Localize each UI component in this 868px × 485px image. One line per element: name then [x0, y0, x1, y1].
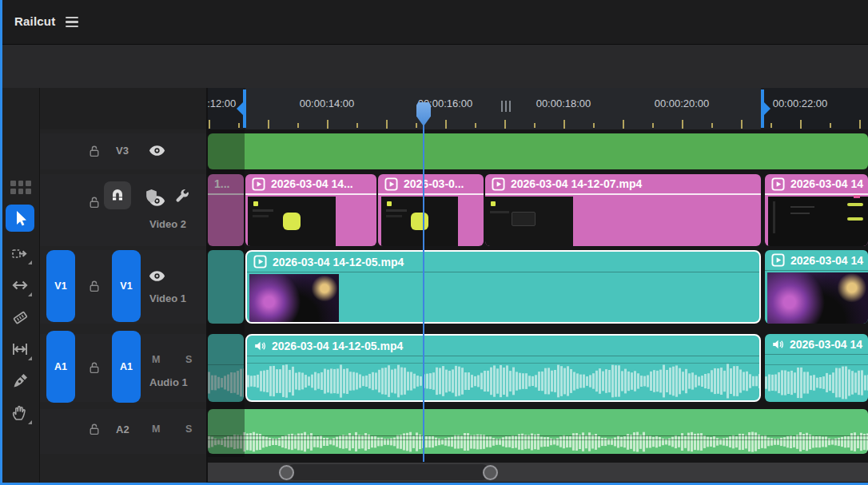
video-clip[interactable]: 1... [208, 174, 244, 246]
in-point-marker[interactable] [243, 89, 246, 128]
out-point-marker[interactable] [761, 89, 764, 128]
shield-button[interactable] [142, 187, 160, 205]
clip-filename: 2026-03-04 14 [790, 338, 862, 351]
ruler-tick [859, 120, 861, 129]
selection-tool-button[interactable] [6, 205, 34, 232]
lock-icon[interactable] [88, 144, 101, 161]
scrollbar-zoom-handle-right[interactable] [483, 465, 498, 480]
panel-grip-icon[interactable] [10, 181, 31, 194]
clip-name-bar: 2026-03-04 14-12-05.mp4 [247, 336, 759, 356]
pen-icon [10, 372, 30, 391]
track-target-v1[interactable]: V1 [112, 250, 141, 322]
flyout-indicator [28, 292, 32, 296]
lock-icon[interactable] [88, 279, 101, 296]
track-label-v3[interactable]: V3 [116, 145, 129, 157]
thumbnail-detail [253, 215, 269, 217]
video-clip[interactable]: 2026-03-0... [378, 174, 484, 246]
video-clip[interactable] [208, 250, 244, 324]
play-icon [253, 255, 267, 268]
thumbnail-detail [512, 212, 536, 226]
clip-filename: 2026-03-04 14-12-07.mp4 [511, 177, 642, 190]
thumbnail-detail [790, 206, 814, 208]
audio-clip[interactable]: 2026-03-04 14-12-05.mp4 [245, 334, 761, 402]
mute-button-a2[interactable]: M [152, 423, 160, 435]
slip-tool-button[interactable] [6, 336, 34, 363]
mute-button-a1[interactable]: M [152, 354, 160, 365]
ruler-tick [800, 120, 802, 129]
railcut-timeline-panel: Railcut 00:00:15:18 Comp: Railcut [0, 0, 868, 485]
clip-filename: 2026-03-04 14... [271, 177, 353, 190]
play-icon [771, 177, 785, 191]
ruler-tick [830, 123, 831, 128]
audio-clip[interactable]: 2026-03-04 14 [765, 334, 868, 402]
source-patch-a1[interactable]: A1 [46, 331, 75, 403]
ruler-tick [652, 123, 654, 128]
pen-tool-button[interactable] [6, 368, 34, 395]
transport-bar: 00:00:15:18 Comp: Railcut [0, 44, 868, 88]
track-name-video1: Video 1 [149, 292, 186, 304]
audio-clip[interactable] [208, 409, 868, 454]
eye-icon[interactable] [149, 145, 165, 160]
video-clip[interactable]: 2026-03-04 14-12-05.mp4 [245, 250, 761, 324]
lock-icon[interactable] [88, 422, 101, 439]
ruler-tick [475, 123, 476, 128]
lock-icon [88, 360, 101, 375]
track-select-forward-tool-button[interactable] [6, 240, 34, 267]
eye-icon[interactable] [149, 270, 165, 285]
video-clip[interactable]: 2026-03-04 14 [765, 174, 868, 246]
solo-button-a1[interactable]: S [185, 354, 192, 365]
ruler-timecode-label: 00:00:22:00 [773, 97, 828, 109]
track-header-panel: V3V2Video 2V1V1Video 1A1A1MSAudio 1A2MS [40, 88, 208, 485]
eye-icon [149, 270, 165, 282]
video-clip[interactable]: 2026-03-04 14-12-07.mp4 [485, 174, 761, 246]
scrollbar-thumb[interactable] [286, 464, 490, 480]
track-target-a1[interactable]: A1 [112, 331, 141, 403]
ripple-edit-icon [10, 276, 30, 295]
magnet-icon [109, 188, 125, 204]
video-clip[interactable] [208, 133, 868, 169]
lock-icon[interactable] [88, 360, 101, 378]
settings-wrench-button[interactable] [173, 186, 192, 205]
eye-icon [149, 145, 165, 157]
ruler-tick [504, 120, 506, 129]
thumbnail-detail [490, 211, 509, 213]
ruler-tick [356, 123, 358, 128]
clip-name-bar: 2026-03-0... [378, 174, 484, 195]
scrollbar-zoom-handle-left[interactable] [279, 465, 294, 480]
ruler-tick [770, 123, 772, 128]
audio-waveform [247, 363, 759, 398]
clip-filename: 2026-03-04 14 [790, 177, 863, 190]
play-icon [252, 177, 265, 191]
solo-button-a2[interactable]: S [185, 423, 192, 435]
ripple-edit-tool-button[interactable] [6, 272, 34, 299]
lock-icon[interactable] [88, 195, 101, 213]
play-icon [771, 177, 785, 191]
lock-icon [88, 144, 101, 158]
audio-clip[interactable] [208, 334, 244, 402]
source-patch-v1[interactable]: V1 [46, 250, 75, 322]
ruler-tick [593, 123, 595, 128]
timeline-zoom-scrollbar[interactable] [208, 463, 868, 482]
thumbnail-detail [386, 209, 407, 212]
hand-tool-button[interactable] [6, 400, 34, 427]
clip-name-bar: 2026-03-04 14 [765, 334, 868, 355]
timeline-ruler[interactable]: 00:00:12:0000:00:14:0000:00:16:0000:00:1… [208, 88, 868, 129]
timeline-area: 00:00:12:0000:00:14:0000:00:16:0000:00:1… [208, 88, 868, 485]
ruler-tick [386, 120, 388, 129]
play-icon [492, 177, 505, 191]
clip-name-bar: 2026-03-04 14-12-07.mp4 [485, 174, 761, 195]
title-bar: Railcut [0, 0, 868, 44]
ruler-tick [209, 120, 210, 129]
snap-toggle-button[interactable] [104, 181, 131, 209]
video-clip[interactable]: 2026-03-04 14 [765, 250, 868, 324]
slip-icon [10, 340, 30, 359]
selection-arrow-icon [10, 209, 30, 228]
razor-tool-button[interactable] [6, 304, 34, 331]
track-name-audio1: Audio 1 [149, 376, 188, 388]
thumbnail-detail [773, 201, 775, 233]
video-clip[interactable]: 2026-03-04 14... [245, 174, 376, 246]
ruler-tick [297, 123, 299, 128]
ruler-grip-icon [509, 101, 511, 112]
track-label-a2[interactable]: A2 [116, 423, 129, 435]
hamburger-menu-icon[interactable] [66, 17, 78, 27]
